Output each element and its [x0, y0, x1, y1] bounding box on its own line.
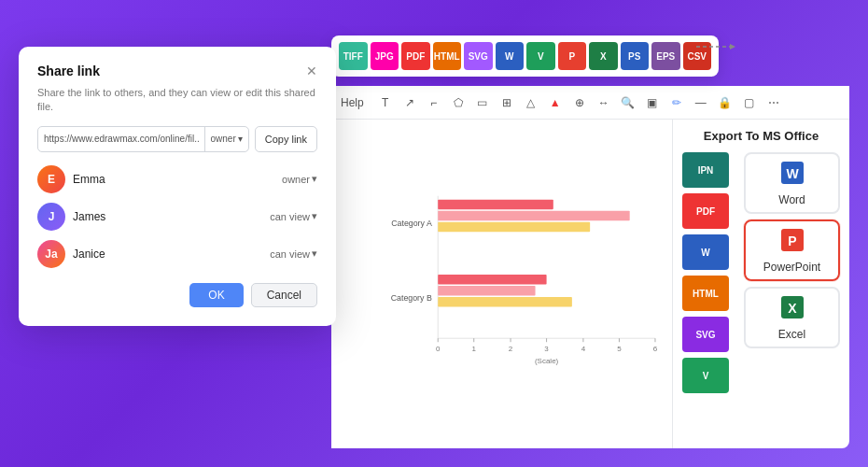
cancel-button[interactable]: Cancel [251, 283, 317, 307]
link-role-selector[interactable]: owner ▾ [204, 127, 248, 151]
word-icon: W [779, 160, 805, 191]
chevron-down-icon: ▾ [312, 173, 317, 185]
chevron-down-icon: ▾ [238, 134, 243, 144]
dialog-header: Share link ✕ [37, 64, 317, 78]
toolbar-dash-icon[interactable]: — [693, 94, 709, 111]
toolbar-mountain-icon[interactable]: △ [523, 94, 539, 111]
chevron-down-icon: ▾ [312, 248, 317, 260]
user-name-janice: Janice [73, 248, 105, 261]
svg-text:6: 6 [653, 345, 658, 353]
ok-button[interactable]: OK [189, 283, 243, 307]
toolbar-select-icon[interactable]: ⊕ [571, 94, 588, 111]
user-info-james: J James [37, 203, 105, 231]
powerpoint-label: PowerPoint [763, 261, 820, 274]
sidebar-ipn-icon[interactable]: IPN [682, 152, 729, 188]
toolbar-arrow-icon[interactable]: ↗ [401, 94, 418, 111]
word-label: Word [778, 193, 805, 206]
user-role-janice[interactable]: can view ▾ [270, 248, 317, 260]
user-role-emma[interactable]: owner ▾ [282, 173, 317, 185]
link-input[interactable] [38, 134, 204, 144]
user-name-emma: Emma [73, 173, 105, 186]
toolbar-zoom-icon[interactable]: 🔍 [620, 94, 637, 111]
close-icon[interactable]: ✕ [306, 64, 317, 78]
bar-a-red [438, 200, 553, 209]
dialog-title: Share link [37, 64, 100, 78]
sidebar-w-icon[interactable]: W [682, 234, 729, 270]
svg-text:5: 5 [617, 345, 622, 353]
svg-text:P: P [788, 234, 796, 248]
sidebar-html-icon[interactable]: HTML [682, 276, 729, 311]
format-html[interactable]: HTML [433, 42, 462, 70]
user-row: E Emma owner ▾ [37, 165, 317, 193]
help-label: Help [341, 96, 364, 109]
sidebar-v-icon[interactable]: V [682, 358, 729, 393]
format-tiff[interactable]: TIFF [339, 42, 368, 70]
export-grid: IPN PDF W HTML SVG V W Word [682, 152, 840, 393]
user-row: J James can view ▾ [37, 203, 317, 231]
toolbar-box-icon[interactable]: ▭ [474, 94, 491, 111]
toolbar-pen-icon[interactable]: ✏ [668, 94, 685, 111]
sidebar-svg-icon[interactable]: SVG [682, 317, 729, 352]
toolbar-line-icon[interactable]: ↔ [595, 94, 612, 111]
excel-label: Excel [778, 328, 805, 341]
toolbar-shape-icon[interactable]: ⬠ [450, 94, 467, 111]
svg-text:W: W [786, 166, 799, 181]
toolbar-fill-icon[interactable]: ▲ [547, 94, 564, 111]
excel-icon: X [779, 294, 805, 326]
bar-a-yellow [438, 222, 590, 232]
user-role-james[interactable]: can view ▾ [270, 210, 317, 222]
chart-area: Category A Category B 0 1 2 3 4 5 6 (Sca… [331, 120, 681, 448]
user-info-emma: E Emma [37, 165, 105, 193]
bar-a-pink [438, 211, 629, 220]
format-ps[interactable]: PS [621, 42, 650, 70]
dialog-description: Share the link to others, and they can v… [37, 86, 317, 115]
bar-b-pink [438, 286, 535, 295]
toolbar-frame-icon[interactable]: ▢ [741, 94, 758, 111]
chevron-down-icon: ▾ [312, 210, 317, 222]
role-label-james: can view [270, 211, 310, 222]
link-input-wrap: owner ▾ [37, 126, 249, 152]
avatar-janice: Ja [37, 240, 65, 268]
bar-b-yellow [438, 297, 572, 306]
user-row: Ja Janice can view ▾ [37, 240, 317, 268]
sidebar-pdf-icon[interactable]: PDF [682, 193, 729, 229]
export-excel-item[interactable]: X Excel [744, 287, 840, 348]
user-info-janice: Ja Janice [37, 240, 105, 268]
role-label-janice: can view [270, 248, 310, 260]
export-panel: Export To MS Office IPN PDF W HTML SVG V… [672, 120, 849, 448]
svg-text:Category B: Category B [391, 293, 432, 303]
format-word[interactable]: W [496, 42, 525, 70]
bar-chart: Category A Category B 0 1 2 3 4 5 6 (Sca… [378, 129, 663, 420]
bar-b-red [438, 275, 546, 284]
help-toolbar: Help T ↗ ⌐ ⬠ ▭ ⊞ △ ▲ ⊕ ↔ 🔍 ▣ ✏ — 🔒 ▢ ⋯ [331, 86, 849, 120]
export-ppt-item[interactable]: P PowerPoint [744, 219, 840, 281]
format-svg[interactable]: SVG [464, 42, 493, 70]
share-dialog: Share link ✕ Share the link to others, a… [19, 47, 336, 326]
dialog-actions: OK Cancel [37, 283, 317, 307]
toolbar-corner-icon[interactable]: ⌐ [426, 94, 442, 111]
toolbar-text-icon[interactable]: T [377, 94, 394, 111]
svg-marker-1 [730, 44, 735, 50]
format-eps[interactable]: EPS [651, 42, 680, 70]
powerpoint-icon: P [779, 227, 805, 259]
link-row: owner ▾ Copy link [37, 126, 317, 152]
user-name-james: James [73, 210, 105, 223]
toolbar-lock-icon[interactable]: 🔒 [717, 94, 734, 111]
format-jpg[interactable]: JPG [371, 42, 399, 70]
svg-text:3: 3 [544, 345, 549, 353]
format-visio[interactable]: V [526, 42, 555, 70]
export-word-item[interactable]: W Word [744, 152, 840, 214]
format-pdf[interactable]: PDF [401, 42, 430, 70]
format-csv[interactable]: CSV [683, 42, 712, 70]
toolbar-more-icon[interactable]: ⋯ [765, 94, 782, 111]
role-label-emma: owner [282, 174, 310, 185]
format-ppt[interactable]: P [558, 42, 587, 70]
svg-text:0: 0 [436, 345, 441, 353]
toolbar-image-icon[interactable]: ▣ [644, 94, 661, 111]
copy-link-button[interactable]: Copy link [255, 126, 317, 152]
format-excel[interactable]: X [589, 42, 618, 70]
svg-text:Category A: Category A [391, 219, 432, 228]
toolbar-table-icon[interactable]: ⊞ [498, 94, 515, 111]
svg-text:4: 4 [581, 345, 586, 353]
avatar-james: J [37, 203, 65, 231]
